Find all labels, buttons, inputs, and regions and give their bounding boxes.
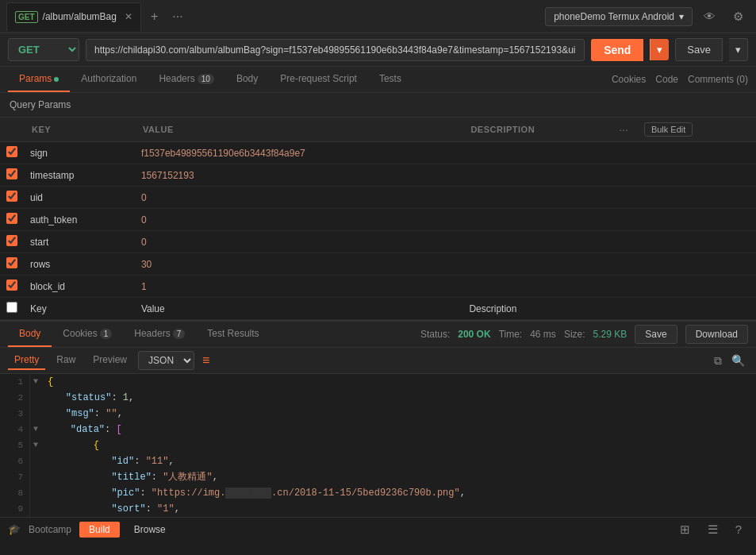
wrap-lines-button[interactable]: ≡ bbox=[199, 352, 213, 369]
resp-download-button[interactable]: Download bbox=[685, 325, 748, 344]
bulk-edit-button[interactable]: Bulk Edit bbox=[644, 122, 693, 137]
code-line: 1 ▼ { bbox=[0, 374, 756, 390]
param-desc-placeholder: Description bbox=[462, 298, 611, 320]
line-toggle[interactable]: ▼ bbox=[30, 437, 41, 453]
time-value: 46 ms bbox=[530, 329, 556, 340]
new-tab-button[interactable]: + bbox=[146, 6, 163, 27]
save-button[interactable]: Save bbox=[675, 38, 723, 61]
method-select[interactable]: GET POST PUT DELETE bbox=[8, 38, 79, 61]
tab-prerequest[interactable]: Pre-request Script bbox=[269, 67, 368, 92]
request-tabs: Params Authorization Headers10 Body Pre-… bbox=[0, 67, 756, 93]
eye-button[interactable]: 👁 bbox=[697, 6, 722, 26]
tab-authorization[interactable]: Authorization bbox=[70, 67, 148, 92]
size-value: 5.29 KB bbox=[593, 329, 627, 340]
line-number: 8 bbox=[0, 485, 30, 501]
size-label: Size: bbox=[564, 329, 585, 340]
response-meta: Status: 200 OK Time: 46 ms Size: 5.29 KB… bbox=[420, 325, 748, 344]
param-checkbox[interactable] bbox=[6, 279, 17, 291]
line-number: 2 bbox=[0, 390, 30, 406]
settings-button[interactable]: ⚙ bbox=[727, 6, 750, 27]
table-row: uid 0 bbox=[0, 187, 756, 209]
browse-button[interactable]: Browse bbox=[128, 522, 172, 538]
param-key: block_id bbox=[24, 276, 135, 298]
param-checkbox[interactable] bbox=[6, 146, 17, 157]
param-checkbox[interactable] bbox=[6, 191, 17, 202]
col-more: ··· bbox=[611, 118, 636, 142]
tab-path: /album/albumBag bbox=[43, 11, 117, 22]
param-checkbox[interactable] bbox=[6, 213, 17, 224]
env-selector: phoneDemo Termux Android ▾ 👁 ⚙ bbox=[545, 6, 750, 27]
resp-tab-headers[interactable]: Headers7 bbox=[123, 322, 196, 347]
cookies-link[interactable]: Cookies bbox=[612, 67, 646, 91]
top-bar: GET /album/albumBag ✕ + ··· phoneDemo Te… bbox=[0, 0, 756, 33]
line-toggle[interactable]: ▼ bbox=[30, 422, 41, 437]
copy-response-button[interactable]: ⧉ bbox=[711, 353, 725, 369]
line-toggle bbox=[30, 469, 36, 485]
code-line: 4 ▼ "data": [ bbox=[0, 422, 756, 437]
table-row: sign f1537eb49895561190e6b3443f84a9e7 bbox=[0, 142, 756, 164]
resp-tab-test-results[interactable]: Test Results bbox=[196, 322, 270, 347]
tab-tests[interactable]: Tests bbox=[368, 67, 413, 92]
resp-tab-body[interactable]: Body bbox=[8, 322, 52, 347]
param-description bbox=[462, 164, 611, 187]
search-response-button[interactable]: 🔍 bbox=[728, 353, 748, 369]
tab-params[interactable]: Params bbox=[8, 67, 70, 92]
help-button[interactable]: ? bbox=[729, 519, 748, 540]
request-tab[interactable]: GET /album/albumBag ✕ bbox=[6, 2, 141, 31]
line-toggle[interactable]: ▼ bbox=[30, 374, 41, 390]
send-button[interactable]: Send bbox=[591, 39, 643, 61]
param-key: rows bbox=[24, 253, 135, 276]
line-content: { bbox=[41, 374, 59, 390]
param-checkbox[interactable] bbox=[6, 257, 17, 268]
line-toggle bbox=[30, 406, 36, 422]
grid-view-button[interactable]: ⊞ bbox=[673, 519, 697, 540]
resp-headers-badge: 7 bbox=[173, 329, 186, 339]
resp-tab-cookies[interactable]: Cookies1 bbox=[52, 322, 123, 347]
code-action-icons: ⧉ 🔍 bbox=[711, 353, 748, 369]
save-dropdown-button[interactable]: ▾ bbox=[729, 38, 748, 61]
headers-badge: 10 bbox=[198, 74, 214, 84]
param-checkbox[interactable] bbox=[6, 168, 17, 179]
tab-body[interactable]: Body bbox=[225, 67, 269, 92]
env-dropdown[interactable]: phoneDemo Termux Android ▾ bbox=[545, 7, 693, 26]
param-value: 30 bbox=[135, 253, 463, 276]
line-number: 3 bbox=[0, 406, 30, 422]
param-value: 0 bbox=[135, 231, 463, 253]
params-table: KEY VALUE DESCRIPTION ··· Bulk Edit sign… bbox=[0, 118, 756, 320]
format-preview-button[interactable]: Preview bbox=[86, 351, 133, 370]
line-toggle bbox=[30, 485, 36, 501]
table-row: block_id 1 bbox=[0, 276, 756, 298]
build-button[interactable]: Build bbox=[79, 522, 120, 538]
line-content: "sort": "1", bbox=[36, 501, 186, 517]
url-bar: GET POST PUT DELETE Send ▾ Save ▾ bbox=[0, 33, 756, 67]
list-view-button[interactable]: ☰ bbox=[701, 519, 724, 540]
language-select[interactable]: JSON XML HTML Text bbox=[138, 351, 194, 370]
table-row: timestamp 1567152193 bbox=[0, 164, 756, 187]
code-link[interactable]: Code bbox=[655, 67, 678, 91]
param-checkbox[interactable] bbox=[6, 235, 17, 246]
send-dropdown-button[interactable]: ▾ bbox=[650, 39, 669, 60]
line-content: "id": "11", bbox=[36, 453, 181, 469]
tab-close-icon[interactable]: ✕ bbox=[125, 11, 132, 22]
resp-save-button[interactable]: Save bbox=[635, 325, 677, 344]
resp-cookies-badge: 1 bbox=[100, 329, 113, 339]
code-line: 2 "status": 1, bbox=[0, 390, 756, 406]
param-key: uid bbox=[24, 187, 135, 209]
code-line: 8 "pic": "https://img.XXXXXXXX.cn/2018-1… bbox=[0, 485, 756, 501]
param-checkbox-empty[interactable] bbox=[6, 302, 17, 313]
line-toggle bbox=[30, 501, 36, 517]
line-number: 4 bbox=[0, 422, 30, 437]
line-number: 9 bbox=[0, 501, 30, 517]
format-pretty-button[interactable]: Pretty bbox=[8, 351, 45, 370]
url-input[interactable] bbox=[86, 39, 585, 61]
bootcamp-icon: 🎓 bbox=[8, 523, 21, 535]
response-bar: Body Cookies1 Headers7 Test Results Stat… bbox=[0, 320, 756, 348]
line-content: "status": 1, bbox=[36, 390, 140, 406]
more-options-button[interactable]: ··· bbox=[619, 123, 628, 136]
tab-headers[interactable]: Headers10 bbox=[148, 67, 224, 92]
req-tab-right-links: Cookies Code Comments (0) bbox=[612, 67, 748, 91]
more-tabs-button[interactable]: ··· bbox=[167, 6, 187, 27]
comments-link[interactable]: Comments (0) bbox=[688, 67, 748, 91]
bottom-right-icons: ⊞ ☰ ? bbox=[673, 519, 748, 540]
format-raw-button[interactable]: Raw bbox=[50, 351, 82, 370]
